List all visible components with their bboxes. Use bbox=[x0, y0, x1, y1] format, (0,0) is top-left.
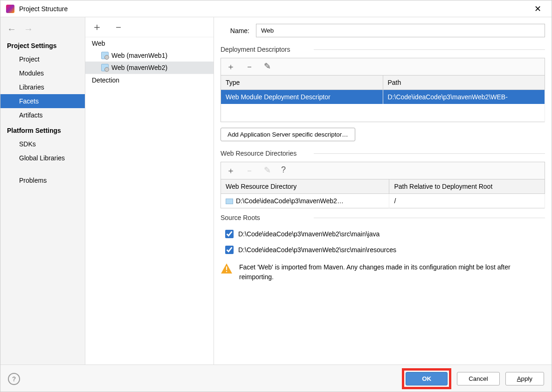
remove-icon[interactable]: － bbox=[113, 20, 124, 34]
edit-icon[interactable]: ✎ bbox=[264, 61, 271, 72]
svg-rect-1 bbox=[226, 266, 227, 270]
warning-icon bbox=[221, 262, 233, 275]
web-icon bbox=[101, 52, 109, 59]
help-icon[interactable]: ? bbox=[8, 373, 20, 385]
sidebar-item-global-libraries[interactable]: Global Libraries bbox=[0, 151, 85, 165]
deployment-table: Type Path Web Module Deployment Descript… bbox=[221, 75, 545, 122]
sidebar-item-modules[interactable]: Modules bbox=[0, 66, 85, 80]
col-path: Path bbox=[383, 76, 545, 90]
ok-button[interactable]: OK bbox=[406, 372, 448, 385]
source-root-row[interactable]: D:\Code\ideaCode\p3\mavenWeb2\src\main\r… bbox=[221, 242, 545, 258]
col-path: Path Relative to Deployment Root bbox=[389, 179, 545, 193]
deployment-heading: Deployment Descriptors bbox=[221, 46, 545, 53]
svg-rect-2 bbox=[226, 271, 227, 272]
root-checkbox[interactable] bbox=[225, 230, 234, 238]
back-icon[interactable]: ← bbox=[7, 24, 16, 34]
edit-icon: ✎ bbox=[264, 165, 271, 176]
add-icon[interactable]: ＋ bbox=[227, 165, 235, 176]
sidebar-item-artifacts[interactable]: Artifacts bbox=[0, 108, 85, 122]
ok-highlight: OK bbox=[402, 368, 451, 389]
sidebar-item-facets[interactable]: Facets bbox=[0, 94, 85, 108]
folder-icon bbox=[226, 199, 233, 204]
root-checkbox[interactable] bbox=[225, 246, 234, 254]
webresource-table: Web Resource Directory Path Relative to … bbox=[221, 179, 545, 208]
section-project-settings: Project Settings bbox=[0, 37, 85, 52]
remove-icon: － bbox=[245, 165, 254, 176]
add-icon[interactable]: ＋ bbox=[92, 20, 102, 34]
warning-text: Facet 'Web' is imported from Maven. Any … bbox=[239, 262, 545, 282]
name-input[interactable] bbox=[256, 24, 545, 37]
section-platform-settings: Platform Settings bbox=[0, 122, 85, 137]
table-row[interactable]: D:\Code\ideaCode\p3\mavenWeb2… / bbox=[221, 193, 545, 208]
webresource-heading: Web Resource Directories bbox=[221, 150, 545, 157]
app-icon bbox=[6, 5, 14, 13]
col-dir: Web Resource Directory bbox=[221, 179, 389, 193]
source-root-row[interactable]: D:\Code\ideaCode\p3\mavenWeb2\src\main\j… bbox=[221, 226, 545, 242]
cancel-button[interactable]: Cancel bbox=[457, 372, 500, 385]
tree-item-web1[interactable]: Web (mavenWeb1) bbox=[85, 49, 214, 62]
close-icon[interactable]: ✕ bbox=[530, 2, 546, 16]
sidebar-item-sdks[interactable]: SDKs bbox=[0, 137, 85, 151]
window-title: Project Structure bbox=[19, 5, 530, 13]
remove-icon[interactable]: － bbox=[245, 61, 254, 72]
name-label: Name: bbox=[221, 27, 249, 34]
apply-button[interactable]: Apply bbox=[505, 372, 544, 385]
sourceroots-heading: Source Roots bbox=[221, 214, 545, 221]
table-row[interactable]: Web Module Deployment Descriptor D:\Code… bbox=[221, 90, 545, 104]
col-type: Type bbox=[221, 76, 383, 90]
tree-item-web2[interactable]: Web (mavenWeb2) bbox=[85, 62, 214, 74]
add-icon[interactable]: ＋ bbox=[227, 61, 235, 72]
add-descriptor-button[interactable]: Add Application Server specific descript… bbox=[221, 128, 355, 141]
tree-detection[interactable]: Detection bbox=[85, 74, 214, 86]
forward-icon: → bbox=[24, 24, 33, 34]
web-icon bbox=[101, 64, 109, 71]
sidebar: ← → Project Settings Project Modules Lib… bbox=[0, 17, 85, 364]
sidebar-item-problems[interactable]: Problems bbox=[0, 173, 85, 187]
help-icon[interactable]: ? bbox=[281, 165, 286, 176]
tree-root-web[interactable]: Web bbox=[85, 37, 214, 49]
sidebar-item-libraries[interactable]: Libraries bbox=[0, 80, 85, 94]
facets-tree: ＋ － Web Web (mavenWeb1) Web (mavenWeb2) … bbox=[85, 17, 214, 364]
sidebar-item-project[interactable]: Project bbox=[0, 52, 85, 66]
